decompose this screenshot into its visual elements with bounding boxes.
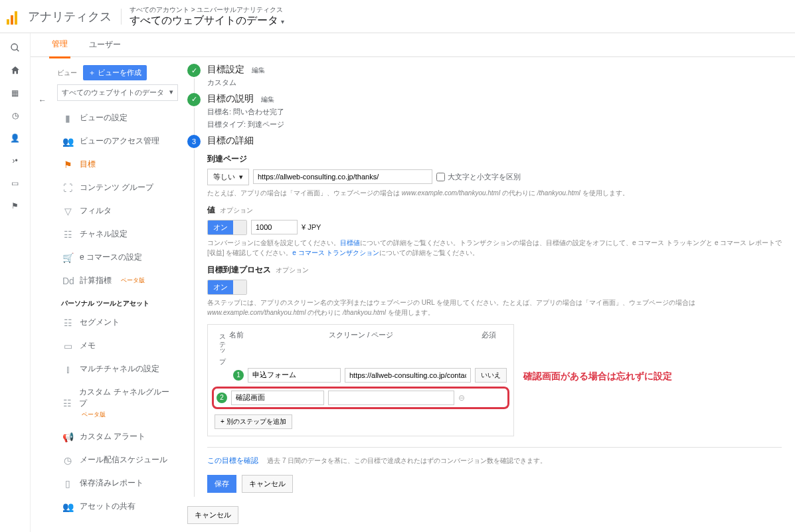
funnel-2-name-input[interactable]: [231, 391, 324, 405]
sidebar-item-custom-channel[interactable]: ☷カスタム チャネルグループベータ版: [57, 381, 178, 425]
view-label: ビュー: [57, 69, 77, 76]
funnel-header-row: ステップ 名前 スクリーン / ページ 必須: [208, 325, 513, 365]
step-1-indicator: ✓: [187, 64, 201, 77]
filter-icon: ▽: [62, 206, 73, 217]
sidebar-item-channel[interactable]: ☷チャネル設定: [57, 222, 178, 246]
sidebar-item-goals[interactable]: ⚑目標: [57, 153, 178, 176]
funnel-2-url-input[interactable]: [328, 391, 454, 405]
chart-icon: ⫿: [62, 364, 73, 375]
megaphone-icon: 📢: [62, 432, 73, 442]
behavior-icon[interactable]: ▭: [10, 178, 21, 189]
sidebar-item-content-groups[interactable]: ⛶コンテンツ グループ: [57, 176, 178, 199]
chevron-down-icon: ▾: [281, 17, 284, 26]
step-2-title: 目標の説明: [207, 93, 254, 104]
sidebar-item-calc-metrics[interactable]: Dd計算指標ベータ版: [57, 269, 178, 292]
channel-icon: ☷: [62, 229, 73, 240]
customize-icon[interactable]: ▦: [10, 88, 21, 98]
sidebar-item-saved-reports[interactable]: ▯保存済みレポート: [57, 472, 178, 495]
note-icon: ▭: [62, 341, 73, 351]
value-toggle[interactable]: オン: [207, 220, 247, 235]
cancel-button[interactable]: キャンセル: [242, 475, 293, 493]
home-icon[interactable]: [10, 65, 21, 76]
view-sidebar: ビュー ＋ ビューを作成 すべてのウェブサイトのデータ▾ ▮ビューの設定 👥ビュ…: [54, 57, 181, 532]
chevron-down-icon: ▾: [169, 88, 173, 98]
view-selector[interactable]: すべてのウェブサイトのデータ▾: [57, 84, 178, 101]
page-icon: ▮: [62, 113, 73, 124]
step-3-title: 目標の詳細: [207, 135, 254, 145]
breadcrumb: すべてのアカウント > ユニバーサルアナリティクス: [130, 5, 284, 14]
report-icon: ▯: [62, 478, 73, 489]
col-required: 必須: [462, 330, 501, 360]
destination-help: たとえば、アプリの場合は「マイ画面」、ウェブページの場合は www.exampl…: [207, 188, 782, 198]
goal-editor: ✓ 目標設定 編集 カスタム ✓ 目標の説明 編集 目標名: 問い合わせ完了 目…: [181, 57, 795, 532]
step-2-edit[interactable]: 編集: [261, 96, 274, 103]
save-button[interactable]: 保存: [207, 475, 236, 493]
tab-admin[interactable]: 管理: [49, 32, 70, 58]
verify-note: 過去 7 日間のデータを基に、この目標で達成されたはずのコンバージョン数を確認で…: [267, 457, 547, 464]
destination-url-input[interactable]: [253, 169, 432, 184]
funnel-step-2-badge: 2: [217, 393, 227, 403]
search-icon[interactable]: [10, 43, 21, 53]
funnel-label: 目標到達プロセス: [207, 265, 271, 274]
verify-goal-link[interactable]: この目標を確認: [207, 456, 258, 464]
property-selector[interactable]: すべてのアカウント > ユニバーサルアナリティクス すべてのウェブサイトのデータ…: [130, 5, 284, 28]
sidebar-item-multichannel[interactable]: ⫿マルチチャネルの設定: [57, 357, 178, 381]
step-1-title: 目標設定: [207, 64, 244, 74]
callout-text: 確認画面がある場合は忘れずに設定: [523, 371, 672, 383]
funnel-step-1-badge: 1: [233, 370, 244, 381]
clock-icon: ◷: [62, 455, 73, 466]
acquisition-icon[interactable]: ›•: [10, 155, 21, 166]
audience-icon[interactable]: 👤: [10, 133, 21, 143]
analytics-logo: [7, 9, 23, 25]
case-sensitive-checkbox[interactable]: 大文字と小文字を区別: [436, 172, 521, 182]
sidebar-section-personal: パーソナル ツールとアセット: [61, 299, 178, 308]
sidebar-item-view-settings[interactable]: ▮ビューの設定: [57, 106, 178, 130]
sidebar-item-filters[interactable]: ▽フィルタ: [57, 199, 178, 222]
property-name: すべてのウェブサイトのデータ: [130, 15, 278, 26]
sidebar-item-access[interactable]: 👥ビューのアクセス管理: [57, 130, 178, 153]
ecom-transaction-link[interactable]: e コマース トランザクション: [292, 249, 379, 256]
chevron-down-icon: ▾: [239, 173, 243, 181]
sidebar-item-segments[interactable]: ☷セグメント: [57, 311, 178, 334]
cancel-outer-button[interactable]: キャンセル: [187, 506, 238, 524]
col-screen: スクリーン / ページ: [329, 330, 462, 360]
funnel-toggle[interactable]: オン: [207, 280, 247, 295]
create-view-button[interactable]: ＋ ビューを作成: [83, 65, 147, 80]
left-rail: ▦ ◷ 👤 ›• ▭ ⚑: [0, 33, 31, 532]
custom-icon: ☷: [62, 398, 72, 408]
app-header: アナリティクス すべてのアカウント > ユニバーサルアナリティクス すべてのウェ…: [0, 0, 795, 33]
realtime-icon[interactable]: ◷: [10, 110, 21, 121]
col-name: 名前: [229, 330, 329, 360]
sidebar-item-alerts[interactable]: 📢カスタム アラート: [57, 425, 178, 448]
sidebar-item-notes[interactable]: ▭メモ: [57, 334, 178, 357]
remove-step-icon[interactable]: ⊖: [458, 393, 465, 402]
svg-point-0: [11, 44, 17, 50]
tab-bar: 管理 ユーザー: [31, 33, 795, 57]
sidebar-item-share-assets[interactable]: 👥アセットの共有: [57, 495, 178, 518]
add-step-button[interactable]: + 別のステップを追加: [215, 414, 292, 429]
back-button[interactable]: ←: [31, 57, 54, 532]
tab-users[interactable]: ユーザー: [86, 33, 124, 57]
funnel-1-name-input[interactable]: [248, 368, 341, 383]
conversions-icon[interactable]: ⚑: [10, 201, 21, 211]
funnel-row-1: 1 いいえ: [208, 365, 513, 385]
destination-label: 到達ページ: [207, 154, 247, 163]
funnel-help: 各ステップには、アプリのスクリーン名の文字列またはウェブページの URL を使用…: [207, 298, 782, 317]
goal-name: 目標名: 問い合わせ完了: [207, 106, 782, 118]
app-name: アナリティクス: [28, 9, 122, 25]
funnel-1-url-input[interactable]: [345, 368, 471, 383]
share-icon: 👥: [62, 501, 73, 512]
currency-label: ¥ JPY: [302, 223, 321, 231]
sidebar-item-email-schedule[interactable]: ◷メール配信スケジュール: [57, 448, 178, 472]
value-amount-input[interactable]: [251, 220, 298, 234]
step-2-indicator: ✓: [187, 93, 201, 106]
funnel-1-required-toggle[interactable]: いいえ: [475, 368, 507, 383]
goal-type: 目標タイプ: 到達ページ: [207, 119, 782, 131]
goal-value-link[interactable]: 目標値: [340, 239, 360, 246]
value-label: 値: [207, 205, 215, 215]
match-type-dropdown[interactable]: 等しい▾: [207, 169, 249, 185]
group-icon: ⛶: [62, 183, 73, 193]
sidebar-item-ecommerce[interactable]: 🛒e コマースの設定: [57, 246, 178, 269]
step-1-edit[interactable]: 編集: [252, 66, 265, 74]
value-help: コンバージョンに金額を設定してください。目標値についての詳細をご覧ください。トラ…: [207, 238, 782, 258]
